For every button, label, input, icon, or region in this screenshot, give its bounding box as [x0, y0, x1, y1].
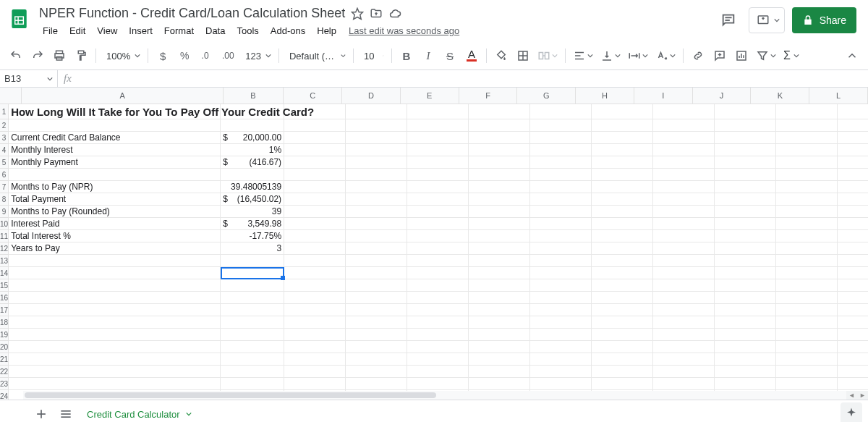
cell[interactable] [715, 366, 776, 377]
cell[interactable] [653, 292, 715, 303]
add-sheet-button[interactable] [29, 403, 54, 422]
cell[interactable] [469, 156, 530, 168]
col-header[interactable]: H [576, 88, 634, 104]
cell[interactable] [592, 181, 653, 193]
cell[interactable] [221, 304, 284, 316]
col-header[interactable]: I [634, 88, 693, 104]
cell[interactable] [776, 267, 838, 279]
row-header[interactable]: 5 [0, 156, 8, 169]
format-currency-icon[interactable]: $ [153, 46, 173, 66]
cell[interactable] [221, 353, 284, 365]
cell[interactable] [407, 242, 469, 254]
cell[interactable] [407, 366, 469, 377]
cell[interactable] [284, 255, 346, 266]
cell[interactable]: -17.75% [221, 230, 284, 242]
cell[interactable] [776, 193, 838, 205]
cell[interactable] [776, 366, 838, 377]
cell[interactable] [715, 218, 776, 229]
bold-icon[interactable]: B [396, 46, 417, 66]
menu-data[interactable]: Data [200, 22, 230, 39]
cell[interactable] [346, 329, 407, 340]
row-header[interactable]: 2 [0, 119, 8, 132]
cell[interactable] [838, 304, 868, 316]
cell[interactable] [469, 193, 530, 205]
cell[interactable] [592, 353, 653, 365]
cell[interactable] [592, 230, 653, 242]
cell[interactable] [653, 341, 715, 353]
row-header[interactable]: 6 [0, 169, 8, 181]
cell[interactable] [469, 132, 530, 143]
cell[interactable] [776, 144, 838, 156]
cell[interactable] [530, 206, 592, 217]
all-sheets-button[interactable] [54, 403, 78, 422]
cell[interactable] [284, 292, 346, 303]
cell[interactable] [346, 193, 407, 205]
cell[interactable] [715, 181, 776, 193]
cell[interactable] [469, 255, 530, 266]
cell[interactable] [346, 353, 407, 365]
insert-link-icon[interactable] [688, 46, 708, 66]
cell[interactable] [592, 119, 653, 131]
cell[interactable] [346, 378, 407, 389]
cell[interactable] [407, 316, 469, 328]
cell[interactable] [592, 132, 653, 143]
cell[interactable] [653, 329, 715, 340]
cell[interactable] [715, 378, 776, 389]
cell[interactable] [776, 230, 838, 242]
cell[interactable] [407, 353, 469, 365]
cell[interactable] [715, 341, 776, 353]
fill-color-icon[interactable] [491, 46, 511, 66]
cell[interactable] [407, 181, 469, 193]
cell[interactable] [838, 132, 868, 143]
cell[interactable] [592, 316, 653, 328]
cell[interactable] [346, 169, 407, 180]
cell[interactable] [346, 292, 407, 303]
cell[interactable] [407, 119, 469, 131]
cell[interactable] [776, 316, 838, 328]
cell[interactable] [346, 304, 407, 316]
sheets-logo[interactable] [6, 4, 35, 33]
cell[interactable] [776, 104, 838, 119]
cell[interactable] [407, 279, 469, 291]
cell[interactable] [284, 230, 346, 242]
cell[interactable]: Monthly Payment [9, 156, 221, 168]
cell[interactable] [653, 206, 715, 217]
cell[interactable] [284, 279, 346, 291]
cell[interactable] [653, 304, 715, 316]
decrease-decimal-icon[interactable]: .0 [196, 46, 216, 66]
cell[interactable] [530, 144, 592, 156]
row-header[interactable]: 9 [0, 206, 8, 218]
cell[interactable] [346, 156, 407, 168]
cell[interactable] [715, 255, 776, 266]
cell[interactable] [284, 181, 346, 193]
cell[interactable]: Total Payment [9, 193, 221, 205]
cell[interactable] [592, 267, 653, 279]
cell[interactable] [838, 144, 868, 156]
cell[interactable] [653, 218, 715, 229]
cell[interactable] [653, 230, 715, 242]
star-icon[interactable] [351, 7, 364, 20]
cell[interactable] [715, 206, 776, 217]
cell[interactable] [838, 353, 868, 365]
cell[interactable] [284, 218, 346, 229]
cell[interactable] [407, 156, 469, 168]
row-header[interactable]: 18 [0, 316, 8, 329]
cell[interactable] [653, 366, 715, 377]
cell[interactable] [530, 156, 592, 168]
cell[interactable]: Years to Pay [9, 242, 221, 254]
font-size-dropdown[interactable]: 10 [358, 46, 387, 66]
cell[interactable] [9, 255, 221, 266]
redo-icon[interactable] [27, 46, 48, 66]
cell[interactable] [284, 304, 346, 316]
row-header[interactable]: 15 [0, 279, 8, 292]
cell[interactable] [530, 104, 592, 119]
insert-comment-icon[interactable] [710, 46, 730, 66]
cell[interactable] [530, 132, 592, 143]
cell[interactable] [653, 353, 715, 365]
row-header[interactable]: 17 [0, 304, 8, 316]
text-wrap-dropdown[interactable] [625, 46, 651, 66]
row-header[interactable]: 12 [0, 242, 8, 255]
cell[interactable] [653, 132, 715, 143]
menu-edit[interactable]: Edit [64, 22, 90, 39]
cell[interactable]: $20,000.00 [221, 132, 284, 143]
